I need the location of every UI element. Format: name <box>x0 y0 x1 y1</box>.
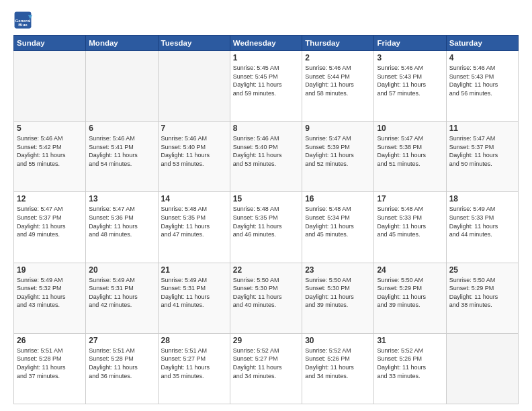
day-info: Sunrise: 5:46 AM Sunset: 5:43 PM Dayligh… <box>377 64 443 97</box>
weekday-header-monday: Monday <box>86 36 158 51</box>
day-info: Sunrise: 5:50 AM Sunset: 5:29 PM Dayligh… <box>449 276 515 310</box>
svg-text:Blue: Blue <box>18 22 28 27</box>
calendar-cell <box>158 51 230 122</box>
day-number: 30 <box>305 336 371 345</box>
week-row-4: 19Sunrise: 5:49 AM Sunset: 5:32 PM Dayli… <box>14 263 519 333</box>
day-number: 16 <box>305 194 371 203</box>
day-info: Sunrise: 5:51 AM Sunset: 5:28 PM Dayligh… <box>17 347 83 380</box>
day-info: Sunrise: 5:45 AM Sunset: 5:45 PM Dayligh… <box>233 64 299 97</box>
calendar-cell: 27Sunrise: 5:51 AM Sunset: 5:28 PM Dayli… <box>86 333 158 404</box>
day-number: 13 <box>89 194 154 203</box>
day-number: 2 <box>305 53 371 62</box>
day-number: 24 <box>377 265 443 275</box>
day-number: 9 <box>305 124 371 133</box>
day-info: Sunrise: 5:46 AM Sunset: 5:44 PM Dayligh… <box>305 64 371 97</box>
day-info: Sunrise: 5:49 AM Sunset: 5:33 PM Dayligh… <box>449 205 515 238</box>
day-number: 11 <box>449 124 515 133</box>
day-info: Sunrise: 5:50 AM Sunset: 5:29 PM Dayligh… <box>377 276 443 310</box>
day-info: Sunrise: 5:46 AM Sunset: 5:40 PM Dayligh… <box>161 134 227 168</box>
day-number: 26 <box>17 336 83 345</box>
calendar-cell: 4Sunrise: 5:46 AM Sunset: 5:43 PM Daylig… <box>446 51 518 122</box>
calendar-cell: 17Sunrise: 5:48 AM Sunset: 5:33 PM Dayli… <box>374 192 446 263</box>
day-number: 14 <box>161 194 227 203</box>
weekday-header-row: SundayMondayTuesdayWednesdayThursdayFrid… <box>14 36 519 51</box>
weekday-header-tuesday: Tuesday <box>158 36 230 51</box>
day-info: Sunrise: 5:47 AM Sunset: 5:38 PM Dayligh… <box>377 134 443 168</box>
day-number: 6 <box>89 124 154 133</box>
day-info: Sunrise: 5:51 AM Sunset: 5:28 PM Dayligh… <box>89 347 154 380</box>
weekday-header-saturday: Saturday <box>446 36 518 51</box>
day-info: Sunrise: 5:49 AM Sunset: 5:31 PM Dayligh… <box>89 276 154 310</box>
calendar-cell: 11Sunrise: 5:47 AM Sunset: 5:37 PM Dayli… <box>446 122 518 192</box>
week-row-2: 5Sunrise: 5:46 AM Sunset: 5:42 PM Daylig… <box>14 122 519 192</box>
day-number: 27 <box>89 336 154 345</box>
calendar-cell: 30Sunrise: 5:52 AM Sunset: 5:26 PM Dayli… <box>302 333 374 404</box>
day-info: Sunrise: 5:52 AM Sunset: 5:27 PM Dayligh… <box>233 347 299 380</box>
calendar-cell: 22Sunrise: 5:50 AM Sunset: 5:30 PM Dayli… <box>230 263 302 333</box>
calendar-cell: 25Sunrise: 5:50 AM Sunset: 5:29 PM Dayli… <box>446 263 518 333</box>
calendar-cell: 28Sunrise: 5:51 AM Sunset: 5:27 PM Dayli… <box>158 333 230 404</box>
day-info: Sunrise: 5:47 AM Sunset: 5:37 PM Dayligh… <box>17 205 83 238</box>
day-number: 7 <box>161 124 227 133</box>
day-info: Sunrise: 5:48 AM Sunset: 5:34 PM Dayligh… <box>305 205 371 238</box>
week-row-1: 1Sunrise: 5:45 AM Sunset: 5:45 PM Daylig… <box>14 51 519 122</box>
day-number: 22 <box>233 265 299 275</box>
day-number: 21 <box>161 265 227 275</box>
calendar-cell: 31Sunrise: 5:52 AM Sunset: 5:26 PM Dayli… <box>374 333 446 404</box>
day-info: Sunrise: 5:48 AM Sunset: 5:35 PM Dayligh… <box>233 205 299 238</box>
day-number: 29 <box>233 336 299 345</box>
day-info: Sunrise: 5:50 AM Sunset: 5:30 PM Dayligh… <box>305 276 371 310</box>
day-number: 8 <box>233 124 299 133</box>
calendar-cell: 7Sunrise: 5:46 AM Sunset: 5:40 PM Daylig… <box>158 122 230 192</box>
day-info: Sunrise: 5:47 AM Sunset: 5:37 PM Dayligh… <box>449 134 515 168</box>
calendar-cell: 3Sunrise: 5:46 AM Sunset: 5:43 PM Daylig… <box>374 51 446 122</box>
weekday-header-sunday: Sunday <box>14 36 86 51</box>
weekday-header-thursday: Thursday <box>302 36 374 51</box>
calendar-cell <box>14 51 86 122</box>
calendar-cell: 21Sunrise: 5:49 AM Sunset: 5:31 PM Dayli… <box>158 263 230 333</box>
day-info: Sunrise: 5:46 AM Sunset: 5:41 PM Dayligh… <box>89 134 154 168</box>
day-info: Sunrise: 5:47 AM Sunset: 5:36 PM Dayligh… <box>89 205 154 238</box>
calendar-cell: 5Sunrise: 5:46 AM Sunset: 5:42 PM Daylig… <box>14 122 86 192</box>
week-row-3: 12Sunrise: 5:47 AM Sunset: 5:37 PM Dayli… <box>14 192 519 263</box>
day-number: 12 <box>17 194 83 203</box>
day-info: Sunrise: 5:51 AM Sunset: 5:27 PM Dayligh… <box>161 347 227 380</box>
calendar-cell: 8Sunrise: 5:46 AM Sunset: 5:40 PM Daylig… <box>230 122 302 192</box>
day-info: Sunrise: 5:52 AM Sunset: 5:26 PM Dayligh… <box>377 347 443 380</box>
day-info: Sunrise: 5:50 AM Sunset: 5:30 PM Dayligh… <box>233 276 299 310</box>
day-number: 4 <box>449 53 515 62</box>
calendar-cell: 15Sunrise: 5:48 AM Sunset: 5:35 PM Dayli… <box>230 192 302 263</box>
calendar-cell: 19Sunrise: 5:49 AM Sunset: 5:32 PM Dayli… <box>14 263 86 333</box>
calendar-table: SundayMondayTuesdayWednesdayThursdayFrid… <box>13 35 519 404</box>
calendar-cell: 23Sunrise: 5:50 AM Sunset: 5:30 PM Dayli… <box>302 263 374 333</box>
logo-icon: General Blue <box>13 11 32 30</box>
day-number: 1 <box>233 53 299 62</box>
calendar-cell: 18Sunrise: 5:49 AM Sunset: 5:33 PM Dayli… <box>446 192 518 263</box>
day-number: 19 <box>17 265 83 275</box>
day-info: Sunrise: 5:49 AM Sunset: 5:32 PM Dayligh… <box>17 276 83 310</box>
day-number: 18 <box>449 194 515 203</box>
day-number: 17 <box>377 194 443 203</box>
day-number: 23 <box>305 265 371 275</box>
calendar-cell: 20Sunrise: 5:49 AM Sunset: 5:31 PM Dayli… <box>86 263 158 333</box>
calendar-cell <box>446 333 518 404</box>
calendar-cell: 29Sunrise: 5:52 AM Sunset: 5:27 PM Dayli… <box>230 333 302 404</box>
calendar-page: General Blue SundayMondayTuesdayWednesda… <box>0 0 532 411</box>
day-info: Sunrise: 5:46 AM Sunset: 5:40 PM Dayligh… <box>233 134 299 168</box>
day-info: Sunrise: 5:46 AM Sunset: 5:42 PM Dayligh… <box>17 134 83 168</box>
header: General Blue <box>13 11 519 30</box>
day-info: Sunrise: 5:48 AM Sunset: 5:35 PM Dayligh… <box>161 205 227 238</box>
calendar-cell: 6Sunrise: 5:46 AM Sunset: 5:41 PM Daylig… <box>86 122 158 192</box>
day-info: Sunrise: 5:47 AM Sunset: 5:39 PM Dayligh… <box>305 134 371 168</box>
day-number: 25 <box>449 265 515 275</box>
day-info: Sunrise: 5:49 AM Sunset: 5:31 PM Dayligh… <box>161 276 227 310</box>
day-number: 15 <box>233 194 299 203</box>
day-number: 31 <box>377 336 443 345</box>
day-number: 10 <box>377 124 443 133</box>
week-row-5: 26Sunrise: 5:51 AM Sunset: 5:28 PM Dayli… <box>14 333 519 404</box>
day-number: 28 <box>161 336 227 345</box>
calendar-cell <box>86 51 158 122</box>
day-info: Sunrise: 5:52 AM Sunset: 5:26 PM Dayligh… <box>305 347 371 380</box>
calendar-cell: 16Sunrise: 5:48 AM Sunset: 5:34 PM Dayli… <box>302 192 374 263</box>
day-number: 20 <box>89 265 154 275</box>
